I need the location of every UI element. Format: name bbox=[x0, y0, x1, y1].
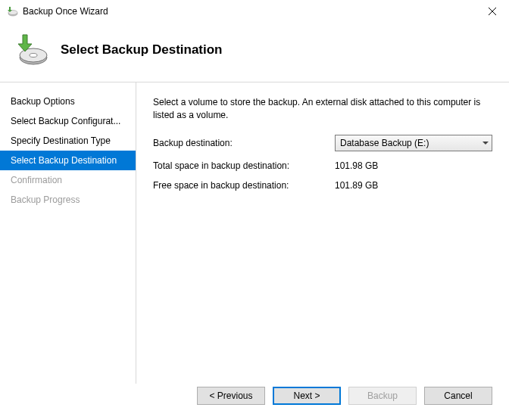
page-title: Select Backup Destination bbox=[61, 42, 223, 58]
step-select-backup-destination[interactable]: Select Backup Destination bbox=[0, 151, 136, 170]
window-title: Backup Once Wizard bbox=[23, 6, 108, 17]
next-button[interactable]: Next > bbox=[273, 387, 341, 405]
backup-disc-icon bbox=[12, 32, 48, 68]
destination-selected-value: Database Backup (E:) bbox=[340, 138, 429, 148]
total-space-row: Total space in backup destination: 101.9… bbox=[153, 160, 492, 171]
step-backup-options[interactable]: Backup Options bbox=[0, 92, 136, 111]
destination-label: Backup destination: bbox=[153, 138, 335, 148]
destination-dropdown[interactable]: Database Backup (E:) bbox=[335, 135, 492, 151]
total-space-label: Total space in backup destination: bbox=[153, 160, 335, 171]
total-space-value: 101.98 GB bbox=[335, 160, 492, 171]
wizard-footer: < Previous Next > Backup Cancel bbox=[0, 387, 509, 414]
wizard-header: Select Backup Destination bbox=[0, 23, 509, 82]
close-button[interactable] bbox=[475, 0, 509, 23]
svg-point-4 bbox=[30, 54, 37, 58]
previous-button[interactable]: < Previous bbox=[197, 387, 265, 405]
step-select-backup-config[interactable]: Select Backup Configurat... bbox=[0, 111, 136, 131]
chevron-down-icon bbox=[482, 138, 489, 148]
destination-row: Backup destination: Database Backup (E:) bbox=[153, 135, 492, 151]
app-icon bbox=[6, 5, 18, 17]
free-space-value: 101.89 GB bbox=[335, 180, 492, 191]
backup-button: Backup bbox=[348, 387, 417, 405]
step-specify-destination-type[interactable]: Specify Destination Type bbox=[0, 131, 136, 151]
steps-sidebar: Backup Options Select Backup Configurat.… bbox=[0, 82, 136, 384]
titlebar-left: Backup Once Wizard bbox=[6, 5, 108, 17]
free-space-label: Free space in backup destination: bbox=[153, 180, 335, 191]
wizard-content: Select a volume to store the backup. An … bbox=[136, 82, 509, 384]
cancel-button[interactable]: Cancel bbox=[424, 387, 492, 405]
titlebar: Backup Once Wizard bbox=[0, 0, 509, 23]
free-space-row: Free space in backup destination: 101.89… bbox=[153, 180, 492, 191]
instruction-text: Select a volume to store the backup. An … bbox=[153, 96, 492, 123]
step-confirmation: Confirmation bbox=[0, 170, 136, 190]
step-backup-progress: Backup Progress bbox=[0, 190, 136, 210]
wizard-body: Backup Options Select Backup Configurat.… bbox=[0, 82, 509, 384]
